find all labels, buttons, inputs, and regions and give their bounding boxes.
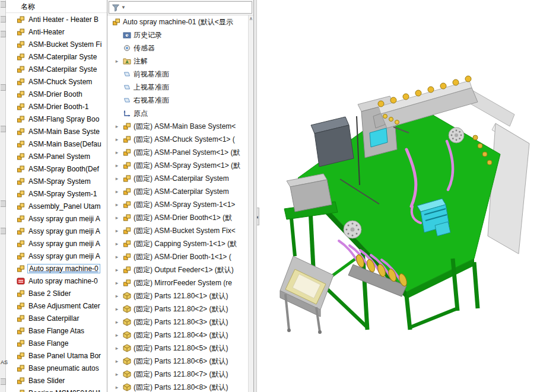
file-list-item[interactable]: ASM-Main Base(Defau: [6, 138, 107, 150]
file-list-item[interactable]: ASM-Spray Booth(Def: [6, 162, 107, 175]
file-list-item[interactable]: ASM-Spray System-1: [6, 187, 107, 200]
assembly-icon: [17, 103, 25, 111]
part-icon: [123, 318, 131, 326]
tree-item[interactable]: ▸(固定) Parts 121.80<3> (默认): [107, 315, 248, 329]
tree-item[interactable]: ▸(固定) ASM-Chuck System<1> (: [107, 133, 248, 146]
tree-root-item[interactable]: Auto spray machine-01 (默认<显示: [107, 15, 248, 28]
expand-arrow-icon[interactable]: ▸: [113, 136, 120, 142]
file-item-label: ASM-Panel System: [27, 152, 91, 161]
file-list-item[interactable]: Base Flange: [6, 337, 107, 349]
file-list-item[interactable]: Bearing-MCM05010H1: [6, 387, 107, 392]
file-list-item[interactable]: Base 2 Slider: [6, 287, 107, 299]
tree-filter-input[interactable]: ▼: [109, 1, 252, 14]
file-list-item[interactable]: Assembly_Panel Utam: [6, 200, 107, 212]
expand-arrow-icon[interactable]: ▸: [113, 202, 120, 208]
file-list-item[interactable]: BAse Adjusment Cater: [6, 299, 107, 312]
tree-item[interactable]: 右视基准面: [107, 94, 248, 107]
expand-arrow-icon[interactable]: ▸: [113, 189, 120, 195]
file-list-item[interactable]: Anti Heater - Heater B: [6, 13, 107, 26]
file-list-item[interactable]: Auto spray machine-0: [6, 275, 107, 287]
expand-arrow-icon[interactable]: ▸: [113, 228, 120, 234]
expand-arrow-icon[interactable]: ▸: [113, 149, 120, 155]
tree-item[interactable]: ▸(固定) ASM-Drier Booth-1<1> (: [107, 250, 248, 263]
tree-item[interactable]: 上视基准面: [107, 81, 248, 94]
tree-item[interactable]: ▸(固定) Parts 121.80<6> (默认): [107, 355, 248, 368]
file-list-item[interactable]: ASM-Flang Spray Boo: [6, 113, 107, 125]
file-list-item[interactable]: ASM-Bucket System Fi: [6, 38, 107, 50]
tree-item[interactable]: ▸(固定) MirrorFeeder System (re: [107, 276, 248, 289]
file-list-item[interactable]: Base Flange Atas: [6, 324, 107, 337]
expand-arrow-icon[interactable]: ▸: [113, 254, 120, 260]
expand-arrow-icon[interactable]: ▸: [113, 384, 120, 390]
expand-arrow-icon[interactable]: ▸: [113, 345, 120, 351]
expand-arrow-icon[interactable]: ▸: [113, 162, 120, 168]
file-list-item[interactable]: Base pneumatic autos: [6, 362, 107, 374]
expand-arrow-icon[interactable]: ▸: [113, 267, 120, 273]
name-column-header[interactable]: 名称: [6, 0, 107, 13]
file-list-item[interactable]: Base Slider: [6, 374, 107, 387]
assembly-icon: [123, 213, 131, 222]
expand-arrow-icon[interactable]: ▸: [113, 358, 120, 364]
tree-item[interactable]: ▸A注解: [107, 55, 248, 68]
tree-item[interactable]: 前视基准面: [107, 68, 248, 81]
tree-item[interactable]: ▸(固定) Parts 121.80<2> (默认): [107, 302, 248, 315]
tree-item[interactable]: 传感器: [107, 42, 248, 55]
tree-item[interactable]: ▸(固定) ASM-Spray System<1> (默: [107, 159, 248, 172]
assembly-icon: [123, 200, 131, 209]
file-list-item[interactable]: Base Caterpillar: [6, 312, 107, 324]
expand-arrow-icon[interactable]: ▸: [113, 306, 120, 312]
tree-body: Auto spray machine-01 (默认<显示历史记录传感器▸A注解前…: [107, 15, 248, 392]
expand-arrow-icon[interactable]: ▸: [113, 371, 120, 377]
tree-item[interactable]: 历史记录: [107, 28, 248, 42]
file-list-item[interactable]: ASM-Caterpilar Syste: [6, 63, 107, 75]
expand-arrow-icon[interactable]: ▸: [113, 123, 120, 129]
tree-item[interactable]: ▸(固定) ASM-Main Base System<: [107, 120, 248, 133]
file-list-item[interactable]: ASM-Panel System: [6, 150, 107, 162]
file-list-item[interactable]: Assy spray gun meiji A: [6, 250, 107, 262]
scroll-up-icon[interactable]: ∧: [249, 15, 253, 392]
file-list-item[interactable]: ASM-Drier Booth: [6, 88, 107, 100]
assembly-icon: [17, 339, 25, 348]
file-item-label: Assy spray gun meiji A: [27, 215, 101, 223]
expand-arrow-icon[interactable]: ▸: [113, 280, 120, 286]
expand-arrow-icon[interactable]: ▸: [113, 293, 120, 299]
file-list-item[interactable]: ASM-Chuck System: [6, 75, 107, 88]
tree-item[interactable]: ▸(固定) ASM-Drier Booth<1> (默: [107, 211, 248, 224]
file-list-item[interactable]: ASM-Caterpilar Syste: [6, 50, 107, 63]
tree-item[interactable]: ▸(固定) ASM-Bucket System Fix<: [107, 224, 248, 237]
tree-item[interactable]: ▸(固定) ASM-Caterpilar System: [107, 185, 248, 198]
tree-item[interactable]: ▸(固定) Parts 121.80<4> (默认): [107, 329, 248, 342]
tree-scrollbar[interactable]: ∧: [248, 15, 253, 392]
tree-item[interactable]: ▸(固定) Parts 121.80<1> (默认): [107, 289, 248, 302]
part-icon: [123, 383, 131, 391]
assembly-icon: [17, 140, 25, 148]
tree-item[interactable]: 原点: [107, 107, 248, 120]
file-list-item[interactable]: ASM-Drier Booth-1: [6, 100, 107, 113]
tree-item[interactable]: ▸(固定) ASM-Panel System<1> (默: [107, 146, 248, 159]
tree-item[interactable]: ▸(固定) Capping System-1<1> (默: [107, 237, 248, 250]
tree-item[interactable]: ▸(固定) Parts 121.80<7> (默认): [107, 368, 248, 381]
file-list-item[interactable]: Anti-Heater: [6, 26, 107, 38]
file-list-item[interactable]: Base Panel Utama Bor: [6, 349, 107, 362]
collapse-panel-tab[interactable]: ◀: [257, 208, 259, 225]
annotations-folder-icon: A: [123, 57, 131, 65]
filter-dropdown-icon[interactable]: ▼: [121, 5, 126, 10]
expand-arrow-icon[interactable]: ▸: [113, 176, 120, 181]
file-list-item[interactable]: Assy spray gun meiji A: [6, 237, 107, 250]
expand-arrow-icon[interactable]: ▸: [113, 332, 120, 338]
file-list-item[interactable]: Auto spray machine-0: [6, 262, 107, 275]
file-list-item[interactable]: ASM-Spray System: [6, 175, 107, 187]
tree-item[interactable]: ▸(固定) ASM-Caterpilar System: [107, 172, 248, 185]
3d-viewport-canvas[interactable]: [257, 0, 540, 392]
tree-item[interactable]: ▸(固定) Parts 121.80<5> (默认): [107, 342, 248, 355]
expand-arrow-icon[interactable]: ▸: [113, 241, 120, 247]
expand-arrow-icon[interactable]: ▸: [113, 58, 120, 64]
expand-arrow-icon[interactable]: ▸: [113, 319, 120, 325]
file-list-item[interactable]: Assy spray gun meiji A: [6, 225, 107, 237]
expand-arrow-icon[interactable]: ▸: [113, 215, 120, 221]
tree-item[interactable]: ▸(固定) Parts 121.80<8> (默认): [107, 381, 248, 392]
tree-item[interactable]: ▸(固定) ASM-Spray System-1<1>: [107, 198, 248, 211]
file-list-item[interactable]: Assy spray gun meiji A: [6, 212, 107, 225]
tree-item[interactable]: ▸(固定) Output Feeder<1> (默认): [107, 263, 248, 276]
file-list-item[interactable]: ASM-Main Base Syste: [6, 125, 107, 138]
